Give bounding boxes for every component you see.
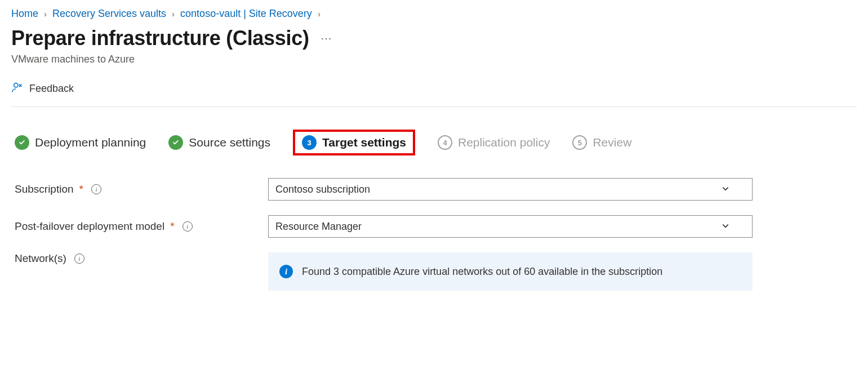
networks-label: Network(s) xyxy=(15,252,66,265)
required-indicator: * xyxy=(170,220,174,233)
deployment-model-value: Resource Manager xyxy=(275,221,362,233)
more-actions-button[interactable]: ⋯ xyxy=(321,32,332,45)
step-target-settings[interactable]: 3 Target settings xyxy=(293,130,415,155)
check-icon xyxy=(15,135,29,150)
step-label: Source settings xyxy=(189,136,270,149)
field-networks: Network(s) i i Found 3 compatible Azure … xyxy=(11,252,857,291)
chevron-down-icon xyxy=(722,221,729,233)
breadcrumb-recovery-services-vaults[interactable]: Recovery Services vaults xyxy=(52,8,166,20)
check-icon xyxy=(168,135,183,150)
feedback-button[interactable]: Feedback xyxy=(11,81,857,106)
feedback-label: Feedback xyxy=(29,83,74,95)
step-label: Replication policy xyxy=(458,136,550,149)
step-source-settings[interactable]: Source settings xyxy=(168,135,270,150)
step-number-badge: 3 xyxy=(302,135,317,150)
chevron-right-icon: › xyxy=(44,9,47,19)
deployment-model-label: Post-failover deployment model xyxy=(15,220,164,233)
wizard-steps: Deployment planning Source settings 3 Ta… xyxy=(11,130,857,155)
step-label: Review xyxy=(593,136,631,149)
step-review[interactable]: 5 Review xyxy=(572,135,631,150)
field-deployment-model: Post-failover deployment model * i Resou… xyxy=(11,215,857,238)
step-label: Target settings xyxy=(322,136,406,149)
step-label: Deployment planning xyxy=(35,136,146,149)
info-icon[interactable]: i xyxy=(91,184,101,194)
subscription-label: Subscription xyxy=(15,183,74,195)
svg-point-0 xyxy=(14,83,18,87)
breadcrumb: Home › Recovery Services vaults › contos… xyxy=(11,8,857,20)
breadcrumb-vault[interactable]: contoso-vault | Site Recovery xyxy=(180,8,312,20)
required-indicator: * xyxy=(79,183,83,195)
page-title-row: Prepare infrastructure (Classic) ⋯ xyxy=(11,26,857,50)
breadcrumb-home[interactable]: Home xyxy=(11,8,38,20)
step-number-badge: 4 xyxy=(438,135,452,150)
chevron-right-icon: › xyxy=(172,9,175,19)
deployment-model-select[interactable]: Resource Manager xyxy=(268,215,753,238)
chevron-down-icon xyxy=(722,184,729,195)
info-icon: i xyxy=(279,265,293,278)
field-subscription: Subscription * i Contoso subscription xyxy=(11,178,857,201)
subscription-value: Contoso subscription xyxy=(275,184,370,195)
chevron-right-icon: › xyxy=(318,9,321,19)
page-subtitle: VMware machines to Azure xyxy=(11,54,857,65)
page-title: Prepare infrastructure (Classic) xyxy=(11,26,309,50)
networks-banner-text: Found 3 compatible Azure virtual network… xyxy=(302,266,662,278)
feedback-icon xyxy=(11,81,24,96)
networks-info-banner: i Found 3 compatible Azure virtual netwo… xyxy=(268,252,753,291)
subscription-select[interactable]: Contoso subscription xyxy=(268,178,753,201)
step-number-badge: 5 xyxy=(572,135,587,150)
info-icon[interactable]: i xyxy=(182,221,193,232)
divider xyxy=(11,106,857,107)
step-replication-policy[interactable]: 4 Replication policy xyxy=(438,135,550,150)
step-deployment-planning[interactable]: Deployment planning xyxy=(15,135,146,150)
info-icon[interactable]: i xyxy=(74,253,84,264)
